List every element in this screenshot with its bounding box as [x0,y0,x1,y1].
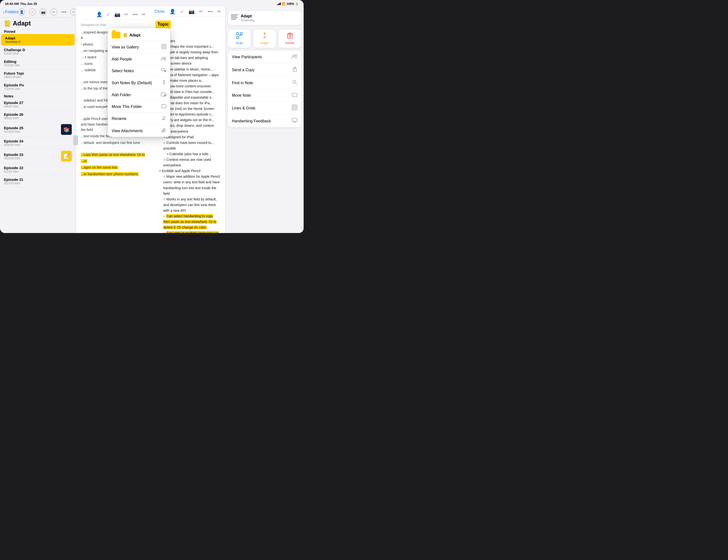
context-menu-header: 📒 Adapt [108,28,170,41]
notes-section-header: Notes [0,93,76,99]
battery-icon: 🔋 [295,2,299,6]
move-note-item[interactable]: Move Note [228,89,301,102]
unpin-icon [262,32,268,40]
list-item[interactable]: Episode 24 4/30/20 Intro [0,137,76,149]
handwriting-feedback-label: Handwriting Feedback [232,119,271,123]
delete-button[interactable]: Delete [278,29,301,48]
view-participants-label: View Participants [232,55,262,59]
find-in-note-icon [292,80,297,86]
checkmark-icon-nv[interactable]: ✓ [180,9,184,14]
note-meta: 3/17/20 Intro [4,182,72,185]
scan-button[interactable]: Scan [228,29,251,48]
note-viewer-toolbar: Close 👤 ✓ 📷 ✏ ••• ✏ [151,7,225,17]
camera-icon[interactable]: 📷 [40,9,47,15]
wifi-icon: 📶 [282,2,286,6]
note-detail-date: Yesterday [241,18,298,22]
pencil-icon-nv[interactable]: ✏ [199,9,203,14]
svg-rect-10 [240,33,242,35]
note-meta: Yesterday E [5,40,71,44]
list-item[interactable]: Episode 23 4/15/20 Intro 📝 [0,149,76,164]
list-item[interactable]: Episode 25 5/13/20 Intro 📚 [0,122,76,137]
svg-rect-9 [237,33,239,35]
back-label: Folders [5,10,18,14]
folder-emoji: 📒 [4,20,11,27]
context-menu-item-sort-notes[interactable]: Sort Notes By (Default) [108,77,170,89]
list-item[interactable]: Editing 3/12/20 •Ma [0,58,76,69]
rename-label: Rename [112,117,126,121]
delete-icon [287,32,293,40]
send-copy-icon [292,67,297,73]
send-copy-item[interactable]: Send a Copy [228,63,301,77]
status-bar: 10:44 AM Thu Jun 25 📶 100% 🔋 [0,0,304,7]
list-item[interactable]: Adapt Yesterday E [1,34,75,46]
unpin-button[interactable]: Unpin [253,29,276,48]
note-detail-card: Adapt Yesterday [228,11,301,25]
pencil-icon-mid[interactable]: ✏ [124,12,129,17]
notes-panel: ‹ Folders 👤 ✓ 📷 ✏ ••• ✏ 📒 Adapt Pinned [0,7,76,233]
handwriting-feedback-item[interactable]: Handwriting Feedback [228,115,301,127]
checkmark-icon-mid[interactable]: ✓ [106,12,110,17]
svg-rect-11 [237,36,239,38]
context-menu-item-select-notes[interactable]: Select Notes [108,65,170,77]
pencil-icon[interactable]: ✏ [50,9,57,15]
move-folder-icon [161,104,166,109]
main-area: ‹ Folders 👤 ✓ 📷 ✏ ••• ✏ 📒 Adapt Pinned [0,7,304,233]
svg-rect-2 [162,47,163,49]
list-item[interactable]: Episode Pu 7/10/19 Libs [0,81,76,93]
list-item[interactable]: Future Topi 1/6/20 iPadG [0,69,76,81]
lines-grids-label: Lines & Grids [232,106,255,110]
note-meta: 6/9/20 Intro [4,105,72,108]
checkmark-icon[interactable]: ✓ [29,9,36,15]
sort-notes-icon [162,80,166,86]
camera-icon-nv[interactable]: 📷 [189,9,195,14]
close-button[interactable]: Close [155,9,165,14]
compose-icon-mid[interactable]: ✏ [142,12,146,17]
list-item[interactable]: Episode 21 3/17/20 Intro [0,176,76,187]
time: 10:44 AM [5,2,19,6]
unpin-label: Unpin [261,41,269,45]
select-notes-label: Select Notes [112,69,134,73]
more-icon-mid[interactable]: ••• [132,12,138,17]
context-menu-item-view-gallery[interactable]: View as Gallery [108,41,170,53]
move-folder-label: Move This Folder [112,105,142,109]
rename-icon [162,116,166,122]
collaborators-icon-nv[interactable]: 👤 [169,9,176,14]
context-menu-item-rename[interactable]: Rename [108,113,170,125]
list-item[interactable]: Episode 22 4/1/20 Intro [0,164,76,176]
lines-grids-icon [292,105,297,111]
right-panel: Adapt Yesterday [225,7,304,233]
svg-point-15 [293,55,295,57]
context-menu-item-add-people[interactable]: Add People [108,53,170,65]
note-title: Challenge D [4,48,72,52]
list-item[interactable]: Episode 26 6/5/20 Intro [0,110,76,122]
action-buttons-row: Scan Unpin [226,27,304,50]
lines-grids-item[interactable]: Lines & Grids [228,102,301,115]
more-icon-nv[interactable]: ••• [208,9,213,14]
collapse-handle[interactable]: › [73,135,78,145]
delete-label: Delete [285,41,295,45]
collaborators-icon-mid[interactable]: 👤 [96,12,102,17]
add-people-label: Add People [112,57,132,61]
context-menu-item-move-folder[interactable]: Move This Folder [108,101,170,113]
list-item[interactable]: Challenge D 5/2/20 Shor [0,46,76,58]
more-icon[interactable]: ••• [61,9,66,15]
note-detail-title: Adapt [241,14,298,18]
note-meta: 6/5/20 Intro [4,117,72,120]
sort-notes-label: Sort Notes By (Default) [112,81,152,85]
view-participants-item[interactable]: View Participants [228,51,301,63]
compose-icon-nv[interactable]: ✏ [217,9,221,14]
view-attachments-label: View Attachments [112,129,143,133]
find-in-note-item[interactable]: Find in Note [228,77,301,89]
note-meta: 4/1/20 Intro [4,170,72,173]
note-title: Episode 25 [4,126,23,130]
collaborators-icon[interactable]: 👤 [18,9,25,15]
context-menu-item-add-folder[interactable]: Add Folder [108,89,170,101]
date: Thu Jun 25 [20,2,37,6]
note-title: Episode 21 [4,178,72,182]
note-title: Adapt [5,36,71,40]
camera-icon-mid[interactable]: 📷 [114,12,120,17]
note-title: Future Topi [4,71,72,75]
back-button[interactable]: ‹ Folders [3,10,18,15]
context-menu-item-view-attachments[interactable]: View Attachments [108,125,170,137]
list-item[interactable]: Episode 27 6/9/20 Intro [0,99,76,110]
